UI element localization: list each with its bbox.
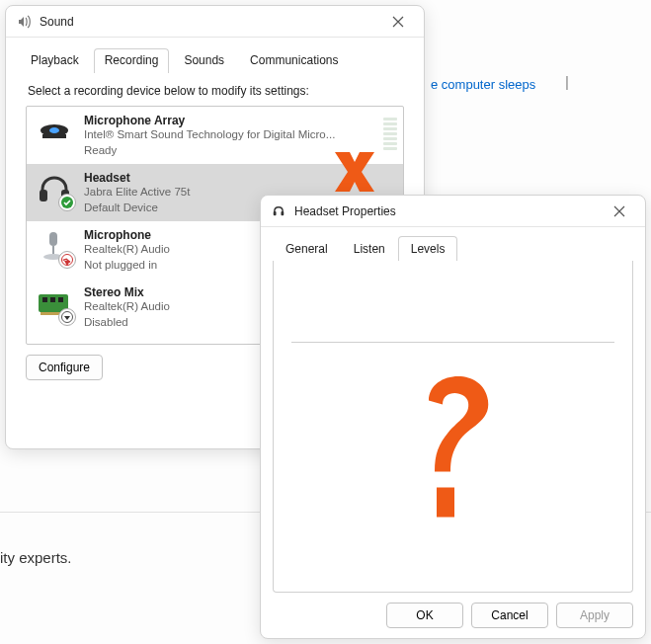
sound-card-icon xyxy=(35,284,74,324)
props-titlebar[interactable]: Headset Properties xyxy=(261,196,645,227)
tab-playback[interactable]: Playback xyxy=(20,48,90,73)
svg-rect-13 xyxy=(50,297,55,302)
svg-rect-12 xyxy=(42,297,47,302)
svg-rect-20 xyxy=(437,487,454,517)
svg-rect-7 xyxy=(52,246,54,254)
svg-rect-3 xyxy=(40,190,47,201)
svg-rect-19 xyxy=(281,211,284,215)
props-tabs: General Listen Levels xyxy=(261,227,645,261)
levels-tab-panel xyxy=(273,261,633,593)
sound-title-icon xyxy=(16,14,32,30)
headset-icon xyxy=(35,170,74,209)
sound-tabs: Playback Recording Sounds Communications xyxy=(6,41,424,72)
props-ok-button[interactable]: OK xyxy=(386,603,463,628)
unplugged-icon xyxy=(58,251,76,269)
tab-listen[interactable]: Listen xyxy=(341,236,398,262)
device-status: Ready xyxy=(84,143,397,159)
background-link-sleep[interactable]: e computer sleeps xyxy=(431,77,535,92)
background-text-experts: ity experts. xyxy=(0,549,72,566)
tab-levels[interactable]: Levels xyxy=(398,236,458,262)
svg-rect-14 xyxy=(58,297,63,302)
tab-sounds[interactable]: Sounds xyxy=(173,48,235,73)
props-title-icon xyxy=(271,203,286,219)
sound-titlebar[interactable]: Sound xyxy=(6,6,424,38)
sound-close-button[interactable] xyxy=(380,8,416,36)
level-meter-icon xyxy=(383,113,397,150)
desk-mic-icon xyxy=(35,227,74,267)
levels-separator xyxy=(291,342,614,343)
svg-rect-1 xyxy=(42,134,66,138)
webcam-mic-icon xyxy=(35,113,74,152)
disabled-icon xyxy=(58,308,76,326)
sound-title: Sound xyxy=(40,15,380,29)
props-close-button[interactable] xyxy=(602,198,637,225)
default-check-icon xyxy=(58,194,76,211)
configure-button[interactable]: Configure xyxy=(26,355,103,380)
tab-recording[interactable]: Recording xyxy=(94,48,170,73)
annotation-question-mark-icon xyxy=(399,361,508,531)
recording-instruction: Select a recording device below to modif… xyxy=(28,84,402,98)
props-apply-button[interactable]: Apply xyxy=(556,603,633,628)
svg-rect-18 xyxy=(274,211,277,215)
props-cancel-button[interactable]: Cancel xyxy=(471,603,548,628)
tab-general[interactable]: General xyxy=(273,236,341,262)
tab-communications[interactable]: Communications xyxy=(239,48,349,73)
device-title: Headset xyxy=(84,171,397,185)
device-title: Microphone Array xyxy=(84,114,397,127)
props-title: Headset Properties xyxy=(294,204,602,218)
headset-properties-dialog: Headset Properties General Listen Levels… xyxy=(260,195,646,639)
device-row-mic-array[interactable]: Microphone Array Intel® Smart Sound Tech… xyxy=(27,107,403,164)
background-separator: | xyxy=(565,73,569,90)
svg-rect-6 xyxy=(49,232,57,246)
svg-point-2 xyxy=(49,127,59,133)
device-sub: Intel® Smart Sound Technology for Digita… xyxy=(84,127,397,143)
